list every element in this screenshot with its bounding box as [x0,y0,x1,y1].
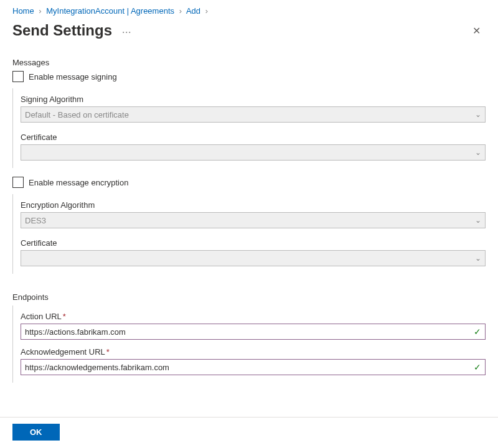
close-icon[interactable]: ✕ [467,22,486,39]
endpoints-group: Action URL* ✓ Acknowledgement URL* ✓ [12,306,486,383]
section-endpoints: Endpoints [12,292,486,302]
chevron-down-icon: ⌄ [475,110,481,119]
enable-encryption-checkbox[interactable] [12,177,24,188]
breadcrumb-add[interactable]: Add [186,6,200,16]
chevron-down-icon: ⌄ [475,216,481,225]
check-icon: ✓ [474,327,481,337]
action-url-label: Action URL* [21,312,486,321]
ok-button[interactable]: OK [12,424,60,441]
enable-encryption-row[interactable]: Enable message encryption [12,177,486,188]
signing-cert-select[interactable]: ⌄ [21,144,486,161]
check-icon: ✓ [474,362,481,372]
breadcrumb-sep: › [205,6,208,16]
enable-signing-checkbox[interactable] [12,71,24,82]
section-messages: Messages [12,58,486,67]
action-url-input[interactable] [25,327,474,337]
encryption-cert-label: Certificate [21,238,486,248]
signing-cert-label: Certificate [21,133,486,142]
ack-url-input[interactable] [25,363,474,372]
breadcrumb-account[interactable]: MyIntegrationAccount | Agreements [46,6,174,16]
more-icon[interactable]: ··· [122,26,131,38]
ack-url-label: Acknowledgement URL* [21,347,486,357]
enable-signing-row[interactable]: Enable message signing [12,71,486,82]
enable-signing-label: Enable message signing [29,72,117,82]
encryption-algo-value: DES3 [25,216,46,225]
enable-encryption-label: Enable message encryption [29,178,128,187]
encryption-group: Encryption Algorithm DES3 ⌄ Certificate … [12,194,486,274]
breadcrumb-home[interactable]: Home [12,6,34,16]
breadcrumb-sep: › [39,6,41,16]
page-title: Send Settings [12,22,112,39]
breadcrumb: Home › MyIntegrationAccount | Agreements… [12,6,486,16]
chevron-down-icon: ⌄ [475,254,481,263]
signing-algo-label: Signing Algorithm [21,95,486,104]
breadcrumb-sep: › [179,6,182,16]
signing-algo-value: Default - Based on certificate [25,110,129,119]
footer: OK [0,417,498,447]
action-url-field[interactable]: ✓ [21,324,486,340]
signing-algo-select[interactable]: Default - Based on certificate ⌄ [21,106,486,123]
ack-url-field[interactable]: ✓ [21,359,486,375]
encryption-algo-label: Encryption Algorithm [21,200,486,210]
chevron-down-icon: ⌄ [475,148,481,157]
encryption-cert-select[interactable]: ⌄ [21,250,486,266]
encryption-algo-select[interactable]: DES3 ⌄ [21,212,486,228]
signing-group: Signing Algorithm Default - Based on cer… [12,88,486,168]
